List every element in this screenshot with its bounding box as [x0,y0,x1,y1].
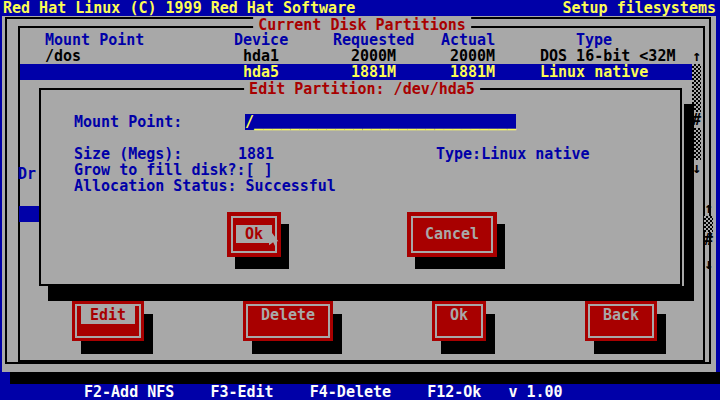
ok-button[interactable]: Ok [432,301,486,341]
column-header-mount-point: Mount Point [45,32,144,48]
dialog-shadow-right [684,104,694,301]
back-button[interactable]: Back [585,301,657,341]
back-button-label: Back [585,307,657,323]
delete-button[interactable]: Delete [243,301,333,341]
title-bar-step-name: Setup filesystems [562,0,716,16]
size-value: 1881 [238,146,274,162]
dialog-title: Edit Partition: /dev/hda5 [244,81,480,97]
cell-requested: 2000M [351,48,396,64]
scrollbar-down-icon[interactable]: ↓ [704,256,713,272]
partition-type-value: Type:Linux native [436,146,590,162]
scrollbar-up-icon[interactable]: ↑ [704,200,713,216]
cell-device: hda1 [243,48,279,64]
size-label: Size (Megs): [74,146,182,162]
edit-button[interactable]: Edit [72,301,144,341]
screen: Red Hat Linux (C) 1999 Red Hat Software … [0,0,720,400]
ok-button-label: Ok [432,307,486,323]
cell-requested: 1881M [351,64,396,80]
table-row-hda5-selected[interactable]: hda5 1881M 1881M Linux native [20,64,692,80]
cell-actual: 1881M [450,64,495,80]
function-key-bar: F2-Add NFS F3-Edit F4-Delete F12-Ok v 1.… [0,384,720,400]
drives-section-clipped-label: Dr [18,166,36,182]
column-header-device: Device [234,32,288,48]
cell-type: DOS 16-bit <32M [540,48,675,64]
drives-selected-row-fragment [19,206,39,222]
dialog-cancel-button[interactable]: Cancel [407,212,497,257]
dialog-cancel-button-label: Cancel [407,226,497,242]
delete-button-label: Delete [243,307,333,323]
allocation-status-text: Allocation Status: Successful [74,178,336,194]
cell-type: Linux native [540,64,648,80]
edit-partition-dialog: Edit Partition: /dev/hda5 Mount Point: /… [39,88,682,286]
cell-actual: 2000M [450,48,495,64]
scrollbar-up-icon[interactable]: ↑ [692,48,701,64]
mount-point-label: Mount Point: [74,114,182,130]
scrollbar-track[interactable] [704,216,713,232]
mount-point-input[interactable]: /_____________________________ [245,114,516,130]
cell-mount-point: /dos [45,48,81,64]
title-bar: Red Hat Linux (C) 1999 Red Hat Software … [0,0,720,16]
title-bar-app-name: Red Hat Linux (C) 1999 Red Hat Software [3,0,355,16]
table-row-dos[interactable]: /dos hda1 2000M 2000M DOS 16-bit <32M [20,48,692,64]
cell-device: hda5 [243,64,279,80]
function-key-help-text: F2-Add NFS F3-Edit F4-Delete F12-Ok v 1.… [84,384,563,400]
scrollbar-thumb[interactable]: # [704,232,713,248]
column-header-type: Type [576,32,612,48]
edit-button-label: Edit [72,307,144,323]
dialog-shadow-bottom [48,286,694,301]
column-header-requested: Requested [333,32,414,48]
column-header-actual: Actual [441,32,495,48]
grow-to-fill-checkbox[interactable]: Grow to fill disk?:[ ] [74,162,273,178]
